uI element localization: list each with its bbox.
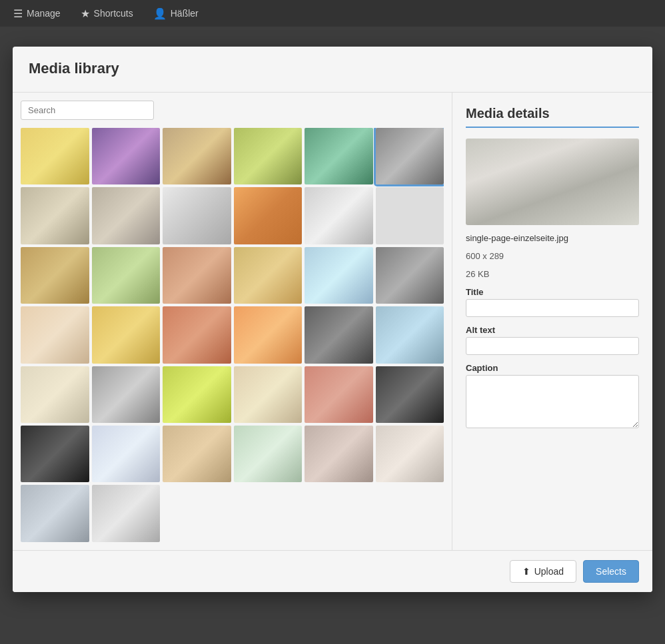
media-thumb-13[interactable] (21, 247, 89, 304)
star-icon: ★ (81, 7, 90, 20)
details-panel: Media details single-page-einzelseite.jp… (452, 93, 652, 550)
media-thumb-20[interactable] (92, 306, 161, 363)
media-thumb-2[interactable] (92, 128, 161, 184)
media-thumb-1[interactable] (21, 128, 89, 184)
details-preview-image (466, 139, 639, 225)
user-label: Häßler (171, 8, 199, 19)
manage-menu[interactable]: ☰ Manage (7, 0, 67, 27)
media-thumb-12[interactable] (376, 187, 444, 244)
preview-img (466, 139, 639, 225)
media-thumb-8[interactable] (92, 187, 161, 244)
media-thumb-15[interactable] (163, 247, 231, 304)
details-panel-title: Media details (466, 106, 639, 128)
media-thumb-17[interactable] (305, 247, 373, 304)
menu-icon: ☰ (13, 7, 23, 20)
select-button[interactable]: Selects (583, 560, 639, 583)
media-thumb-11[interactable] (305, 187, 373, 244)
manage-label: Manage (27, 8, 61, 19)
media-library-modal: Media library Media details (13, 47, 652, 592)
media-thumb-19[interactable] (21, 306, 89, 363)
media-thumb-24[interactable] (376, 306, 444, 363)
media-thumb-28[interactable] (234, 366, 303, 423)
media-panel (13, 93, 452, 550)
title-label: Title (466, 287, 639, 297)
media-thumb-14[interactable] (92, 247, 161, 304)
caption-label: Caption (466, 363, 639, 373)
media-thumb-16[interactable] (234, 247, 303, 304)
alt-text-input[interactable] (466, 337, 639, 355)
media-thumb-10[interactable] (234, 187, 303, 244)
media-thumb-3[interactable] (163, 128, 231, 184)
media-thumb-32[interactable] (92, 426, 161, 482)
modal-body: Media details single-page-einzelseite.jp… (13, 93, 652, 550)
upload-label: Upload (534, 566, 564, 577)
media-thumb-30[interactable] (376, 366, 444, 423)
shortcuts-label: Shortcuts (94, 8, 133, 19)
media-thumb-4[interactable] (234, 128, 303, 184)
media-thumb-9[interactable] (163, 187, 231, 244)
media-thumb-21[interactable] (163, 306, 231, 363)
page-background: Media library Media details (0, 27, 665, 644)
file-dimensions: 600 x 289 (466, 251, 639, 261)
media-thumb-26[interactable] (92, 366, 161, 423)
modal-title: Media library (29, 60, 636, 77)
user-icon: 👤 (153, 7, 167, 20)
media-thumb-5[interactable] (305, 128, 373, 184)
media-thumb-35[interactable] (305, 426, 373, 482)
media-thumb-27[interactable] (163, 366, 231, 423)
select-label: Selects (596, 566, 626, 577)
media-thumb-31[interactable] (21, 426, 89, 482)
media-thumb-18[interactable] (376, 247, 444, 304)
media-thumb-22[interactable] (234, 306, 303, 363)
title-input[interactable] (466, 299, 639, 317)
media-thumb-25[interactable] (21, 366, 89, 423)
media-thumb-6[interactable] (376, 128, 444, 184)
upload-button[interactable]: ⬆ Upload (510, 560, 576, 583)
alt-text-label: Alt text (466, 325, 639, 335)
filename: single-page-einzelseite.jpg (466, 233, 639, 243)
caption-textarea[interactable] (466, 375, 639, 428)
search-input[interactable] (21, 101, 154, 120)
media-thumb-36[interactable] (376, 426, 444, 482)
media-grid (21, 128, 444, 542)
modal-header: Media library (13, 47, 652, 93)
topbar: ☰ Manage ★ Shortcuts 👤 Häßler (0, 0, 665, 27)
media-thumb-23[interactable] (305, 306, 373, 363)
media-thumb-34[interactable] (234, 426, 303, 482)
media-thumb-38[interactable] (92, 485, 161, 541)
modal-overlay: Media library Media details (0, 27, 665, 644)
media-thumb-33[interactable] (163, 426, 231, 482)
modal-footer: ⬆ Upload Selects (13, 550, 652, 592)
shortcuts-menu[interactable]: ★ Shortcuts (74, 0, 140, 27)
file-size: 26 KB (466, 269, 639, 279)
media-thumb-37[interactable] (21, 485, 89, 541)
media-thumb-29[interactable] (305, 366, 373, 423)
media-thumb-7[interactable] (21, 187, 89, 244)
user-menu[interactable]: 👤 Häßler (147, 0, 205, 27)
upload-icon: ⬆ (522, 566, 530, 577)
